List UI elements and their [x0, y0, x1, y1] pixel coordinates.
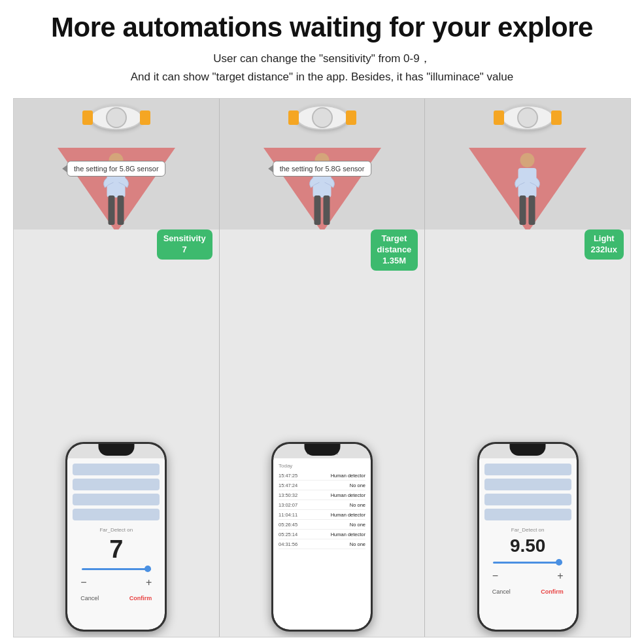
light-field-label: Far_Detect on: [484, 527, 571, 533]
log-row-6: 05:26:45 No one: [279, 520, 365, 530]
light-row-4: [484, 509, 571, 520]
sens-plus[interactable]: +: [146, 577, 152, 588]
sensor-area-3: [425, 99, 630, 229]
log-row-7: 05:25:14 Human detector: [279, 530, 365, 539]
bubble-2: the setting for 5.8G sensor: [273, 161, 372, 177]
log-row-4: 13:02:07 No one: [279, 500, 365, 510]
sensor-tab-right-2: [346, 110, 356, 125]
light-minus[interactable]: −: [492, 570, 498, 582]
phone-content-2: Today 15:47:25 Human detector 15:47:24 N…: [273, 458, 371, 630]
svg-rect-2: [108, 195, 114, 225]
phone-content-1: Far_Detect on 7 − + Cancel Confirm: [67, 458, 165, 630]
sensor-tab-left-2: [288, 110, 299, 125]
log-row-2: 15:47:24 No one: [279, 481, 365, 490]
sensor-area-1: the setting for 5.8G sensor: [14, 99, 219, 229]
light-row-3: [484, 494, 571, 505]
light-slider[interactable]: [493, 562, 562, 564]
panel-sensitivity: the setting for 5.8G sensor Sensitivity …: [14, 99, 220, 637]
sens-minus[interactable]: −: [80, 577, 86, 588]
light-pm: − +: [484, 570, 571, 582]
phone-light: Far_Detect on 9.50 − + Cancel Confirm: [477, 442, 579, 632]
badge-light: Light 232lux: [585, 229, 624, 260]
svg-point-8: [520, 153, 535, 167]
badge-sensitivity: Sensitivity 7: [157, 229, 212, 260]
svg-rect-3: [117, 195, 124, 225]
sens-slider[interactable]: [82, 568, 151, 570]
log-date: Today: [279, 463, 365, 469]
phone-log: TopBar_Title Today 15:47:25 Human detect…: [271, 442, 373, 632]
log-row-1: 15:47:25 Human detector: [279, 471, 365, 481]
sensor-inner-3: [517, 107, 538, 128]
log-row-5: 11:04:11 Human detector: [279, 510, 365, 520]
phone-sensitivity: Far_Detect on 7 − + Cancel Confirm: [65, 442, 167, 632]
subtitle-line1: User can change the "sensitivity" from 0…: [131, 50, 513, 68]
sens-row-3: [73, 494, 160, 505]
sensor-inner-1: [106, 107, 127, 128]
svg-rect-7: [323, 195, 330, 225]
sens-pm: − +: [73, 577, 160, 588]
panel-log: the setting for 5.8G sensor Target dista…: [220, 99, 426, 637]
panel-light: Light 232lux: [425, 99, 630, 637]
panels-row: the setting for 5.8G sensor Sensitivity …: [13, 98, 631, 637]
person-3: [507, 148, 549, 229]
light-plus[interactable]: +: [557, 570, 563, 582]
sensor-device-3: [501, 105, 554, 130]
light-row-2: [484, 479, 571, 490]
phone-content-3: Far_Detect on 9.50 − + Cancel Confirm: [479, 458, 577, 630]
sens-confirm-btn[interactable]: Confirm: [129, 595, 152, 602]
phone-container-1: Far_Detect on 7 − + Cancel Confirm: [14, 229, 219, 637]
page-wrapper: More automations waiting for your explor…: [0, 0, 644, 644]
light-row-1: [484, 464, 571, 475]
phone-notch-3: [510, 444, 546, 456]
sensor-tab-left-1: [82, 110, 93, 125]
light-actions: Cancel Confirm: [484, 586, 571, 598]
phone-container-2: TopBar_Title Today 15:47:25 Human detect…: [220, 229, 425, 637]
sens-rows: [73, 464, 160, 520]
phone-notch-1: [98, 444, 134, 456]
sensor-inner-2: [312, 107, 333, 128]
light-cancel-btn[interactable]: Cancel: [492, 588, 511, 595]
subtitle: User can change the "sensitivity" from 0…: [131, 50, 513, 86]
sensor-area-2: the setting for 5.8G sensor: [220, 99, 425, 229]
sens-row-1: [73, 464, 160, 475]
sensor-tab-right-1: [140, 110, 150, 125]
light-rows: [484, 464, 571, 520]
sensor-tab-right-3: [551, 110, 562, 125]
sens-actions: Cancel Confirm: [73, 592, 160, 604]
sens-cancel-btn[interactable]: Cancel: [80, 595, 99, 602]
svg-rect-6: [314, 195, 320, 225]
bubble-1: the setting for 5.8G sensor: [67, 161, 166, 177]
sensor-tab-left-3: [494, 110, 504, 125]
light-confirm-btn[interactable]: Confirm: [541, 588, 564, 595]
sens-value: 7: [73, 537, 160, 562]
sens-row-4: [73, 509, 160, 520]
badge-distance: Target distance 1.35M: [371, 229, 418, 271]
phone-screen-2: TopBar_Title Today 15:47:25 Human detect…: [273, 444, 371, 630]
phone-notch-2: [304, 444, 340, 456]
sensor-device-1: [90, 105, 143, 130]
phone-screen-1: Far_Detect on 7 − + Cancel Confirm: [67, 444, 165, 630]
log-row-3: 13:50:32 Human detector: [279, 490, 365, 500]
sens-field-label: Far_Detect on: [73, 527, 160, 533]
phone-container-3: Far_Detect on 9.50 − + Cancel Confirm: [425, 229, 630, 637]
subtitle-line2: And it can show "target distance" in the…: [131, 68, 513, 86]
svg-rect-11: [529, 195, 535, 225]
phone-screen-3: Far_Detect on 9.50 − + Cancel Confirm: [479, 444, 577, 630]
sensor-device-2: [296, 105, 348, 130]
main-title: More automations waiting for your explor…: [51, 12, 593, 43]
log-row-8: 04:31:56 No one: [279, 539, 365, 549]
svg-rect-10: [520, 195, 526, 225]
light-value: 9.50: [484, 537, 571, 555]
sens-row-2: [73, 479, 160, 490]
